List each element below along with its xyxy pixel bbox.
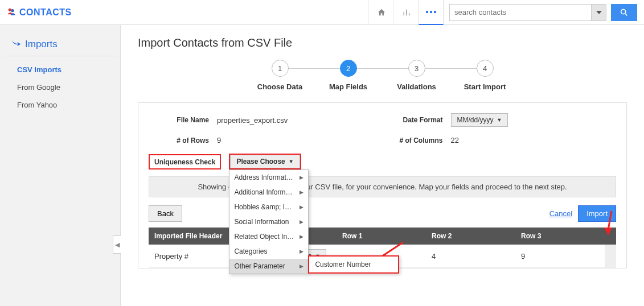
app-title: CONTACTS [19, 7, 72, 18]
th-row3: Row 3 [515, 228, 605, 245]
sidebar-item-from-yahoo[interactable]: From Yahoo [0, 96, 120, 114]
menu-item-related[interactable]: Related Object In…▶ [229, 229, 308, 244]
cell-row3: 9 [515, 245, 605, 268]
menu-item-additional[interactable]: Additional Inform…▶ [229, 185, 308, 200]
app-logo[interactable]: CONTACTS [7, 7, 72, 18]
sidebar-heading: Imports [3, 36, 117, 56]
import-panel: File Name properties_export.csv Date For… [138, 102, 627, 268]
date-format-value: MM/dd/yyyy [457, 116, 494, 124]
file-name-value: properties_export.csv [217, 116, 288, 125]
back-button[interactable]: Back [149, 205, 182, 222]
imports-arrow-icon [11, 39, 22, 50]
svg-point-3 [430, 10, 432, 13]
cols-label: # of Columns [383, 137, 451, 144]
uniqueness-dropdown-highlight: Please Choose ▼ Address Informat…▶ Addit… [229, 154, 301, 169]
cols-value: 22 [451, 136, 459, 144]
sidebar-collapse-handle[interactable]: ◀ [113, 235, 121, 254]
sidebar: Imports CSV Imports From Google From Yah… [0, 25, 121, 306]
cell-row2: 4 [426, 245, 515, 268]
sidebar-item-csv-imports[interactable]: CSV Imports [0, 61, 120, 78]
more-icon[interactable] [419, 0, 444, 25]
menu-item-other-parameter[interactable]: Other Parameter▶ [229, 259, 308, 274]
uniqueness-select[interactable]: Please Choose ▼ [230, 155, 300, 168]
import-button[interactable]: Import [578, 205, 616, 222]
sidebar-item-from-google[interactable]: From Google [0, 78, 120, 96]
step-3-label: Validations [397, 82, 436, 91]
uniqueness-menu: Address Informat…▶ Additional Inform…▶ H… [229, 169, 309, 274]
uniqueness-submenu-highlight: Customer Number [308, 255, 399, 274]
table-scrollbar[interactable] [605, 228, 616, 245]
main-content: Import Contacts from CSV File 1Choose Da… [121, 25, 644, 306]
cancel-link[interactable]: Cancel [549, 209, 572, 218]
search-box [449, 4, 606, 21]
th-row2: Row 2 [426, 228, 515, 245]
svg-point-2 [426, 10, 428, 13]
svg-point-4 [434, 10, 436, 13]
rows-label: # of Rows [149, 137, 217, 144]
step-2-label: Map Fields [329, 82, 367, 91]
topbar-icons [368, 0, 444, 25]
uniqueness-select-label: Please Choose [236, 158, 285, 166]
step-4[interactable]: 4Start Import [451, 60, 519, 91]
topbar: CONTACTS [0, 0, 644, 25]
rows-value: 9 [217, 136, 221, 144]
search-input[interactable] [449, 4, 592, 21]
svg-point-1 [11, 9, 14, 12]
file-name-label: File Name [149, 116, 217, 124]
sidebar-heading-label: Imports [25, 39, 58, 50]
stats-icon[interactable] [393, 0, 419, 25]
info-bar: Showing only first 3 rows from your CSV … [149, 176, 616, 197]
search-button[interactable] [611, 4, 637, 21]
uniqueness-check-highlight: Uniqueness Check [149, 154, 221, 169]
menu-item-categories[interactable]: Categories▶ [229, 244, 308, 259]
step-1[interactable]: 1Choose Data [246, 60, 314, 91]
home-icon[interactable] [368, 0, 393, 25]
menu-item-hobbies[interactable]: Hobbies &amp; I…▶ [229, 200, 308, 214]
page-title: Import Contacts from CSV File [138, 36, 627, 49]
th-row1: Row 1 [337, 228, 426, 245]
menu-item-address[interactable]: Address Informat…▶ [229, 170, 308, 185]
chevron-down-icon: ▼ [289, 159, 294, 164]
search-dropdown-toggle[interactable] [592, 4, 606, 21]
step-4-label: Start Import [464, 82, 506, 91]
date-format-select[interactable]: MM/dd/yyyy ▼ [451, 113, 508, 127]
svg-point-0 [9, 9, 11, 11]
step-2[interactable]: 2Map Fields [314, 60, 383, 91]
uniqueness-check-label: Uniqueness Check [154, 158, 215, 166]
wizard-stepper: 1Choose Data 2Map Fields 3Validations 4S… [138, 60, 627, 91]
step-1-label: Choose Data [257, 82, 302, 91]
date-format-label: Date Format [383, 116, 451, 124]
svg-point-5 [621, 9, 626, 14]
submenu-item-customer-number[interactable]: Customer Number [309, 257, 398, 272]
menu-item-social[interactable]: Social Information▶ [229, 214, 308, 229]
chevron-down-icon: ▼ [497, 117, 502, 123]
contacts-icon [7, 7, 16, 18]
step-3[interactable]: 3Validations [383, 60, 451, 91]
